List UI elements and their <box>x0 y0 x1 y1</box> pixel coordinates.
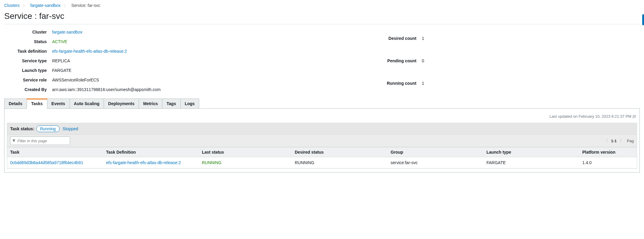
filter-input-wrapper[interactable] <box>10 137 70 145</box>
service-role-label: Service role <box>4 75 52 85</box>
row-group: service:far-svc <box>388 157 483 168</box>
task-status-label: Task status: <box>10 126 34 131</box>
chevron-right-icon: 〉 <box>62 4 70 8</box>
title-divider <box>4 24 640 24</box>
desired-count-value: 1 <box>422 27 424 50</box>
tab-deployments[interactable]: Deployments <box>104 99 139 109</box>
row-last-status: RUNNING <box>202 160 221 165</box>
pager-prev-icon[interactable]: 〈 <box>604 138 608 143</box>
running-count-label: Running count <box>374 72 422 94</box>
breadcrumb-cluster-link[interactable]: fargate-sandbox <box>30 3 61 8</box>
cluster-label: Cluster <box>4 27 52 37</box>
launch-type-label: Launch type <box>4 66 52 75</box>
row-task-definition-link[interactable]: efs-fargate-health-efs-atlas-db-release:… <box>106 160 181 165</box>
service-details-section: Cluster fargate-sandbox Status ACTIVE Ta… <box>0 27 644 99</box>
service-type-value: REPLICA <box>52 56 161 66</box>
update-button-edge[interactable] <box>642 14 644 25</box>
breadcrumb: Clusters 〉 fargate-sandbox 〉 Service: fa… <box>0 0 644 10</box>
tab-events[interactable]: Events <box>47 99 70 109</box>
breadcrumb-clusters-link[interactable]: Clusters <box>4 3 19 8</box>
tab-auto-scaling[interactable]: Auto Scaling <box>69 99 104 109</box>
breadcrumb-current: Service: far-svc <box>71 3 100 8</box>
pager-next-icon[interactable]: 〉 <box>620 138 624 143</box>
task-status-header: Task status: Running Stopped <box>7 123 637 135</box>
tasks-toolbar: 〈 1-1 〉 Pag <box>7 135 637 147</box>
tab-tags[interactable]: Tags <box>162 99 181 109</box>
tasks-tab-body: Last updated on February 10, 2023 6:21:3… <box>4 108 640 173</box>
tasks-block: Task status: Running Stopped 〈 1-1 〉 Pag… <box>7 123 637 169</box>
details-left-column: Cluster fargate-sandbox Status ACTIVE Ta… <box>4 27 161 94</box>
th-launch-type[interactable]: Launch type <box>483 147 579 157</box>
service-tabs: Details Tasks Events Auto Scaling Deploy… <box>0 99 644 109</box>
th-group[interactable]: Group <box>388 147 483 157</box>
status-label: Status <box>4 37 52 46</box>
service-role-value: AWSServiceRoleForECS <box>52 75 161 85</box>
task-definition-value: efs-fargate-health-efs-atlas-db-release:… <box>52 46 161 56</box>
task-definition-label: Task definition <box>4 46 52 56</box>
cluster-link[interactable]: fargate-sandbox <box>52 30 82 34</box>
pending-count-label: Pending count <box>374 50 422 72</box>
th-last-status[interactable]: Last status <box>199 147 292 157</box>
page-title: Service : far-svc <box>0 10 644 24</box>
tab-details[interactable]: Details <box>4 99 27 109</box>
row-desired-status: RUNNING <box>292 157 388 168</box>
pager-range: 1-1 <box>611 139 617 143</box>
filter-icon <box>12 139 16 143</box>
th-task[interactable]: Task <box>7 147 103 157</box>
chevron-right-icon: 〉 <box>21 4 29 8</box>
cluster-value: fargate-sandbox <box>52 27 161 37</box>
task-id-link[interactable]: 0cbdd69d3b6a44d585a9718f64ec4b91 <box>10 160 83 165</box>
tab-tasks[interactable]: Tasks <box>27 99 47 109</box>
details-right-column: Desired count 1 Pending count 0 Running … <box>374 27 640 94</box>
desired-count-label: Desired count <box>374 27 422 50</box>
task-status-stopped-link[interactable]: Stopped <box>63 126 78 131</box>
launch-type-value: FARGATE <box>52 66 161 75</box>
created-by-label: Created By <box>4 85 52 94</box>
th-platform-version[interactable]: Platform version <box>579 147 637 157</box>
last-updated-text: Last updated on February 10, 2023 6:21:3… <box>4 114 640 123</box>
pager: 〈 1-1 〉 Pag <box>604 138 634 143</box>
row-launch-type: FARGATE <box>483 157 579 168</box>
pending-count-value: 0 <box>422 50 424 72</box>
task-definition-link[interactable]: efs-fargate-health-efs-atlas-db-release:… <box>52 49 127 54</box>
tasks-table: Task Task Definition Last status Desired… <box>7 147 637 168</box>
page-size-label: Pag <box>627 139 634 143</box>
tab-metrics[interactable]: Metrics <box>139 99 162 109</box>
th-task-definition[interactable]: Task Definition <box>103 147 199 157</box>
running-count-value: 1 <box>422 72 424 94</box>
task-status-running-pill[interactable]: Running <box>36 125 60 132</box>
service-type-label: Service type <box>4 56 52 66</box>
tab-logs[interactable]: Logs <box>180 99 199 109</box>
filter-input[interactable] <box>17 139 68 143</box>
status-value: ACTIVE <box>52 37 161 46</box>
table-row: 0cbdd69d3b6a44d585a9718f64ec4b91 efs-far… <box>7 157 637 168</box>
th-desired-status[interactable]: Desired status <box>292 147 388 157</box>
row-platform-version: 1.4.0 <box>579 157 637 168</box>
created-by-value: arn:aws:iam::391311798816:user/sumesh@ap… <box>52 85 161 94</box>
